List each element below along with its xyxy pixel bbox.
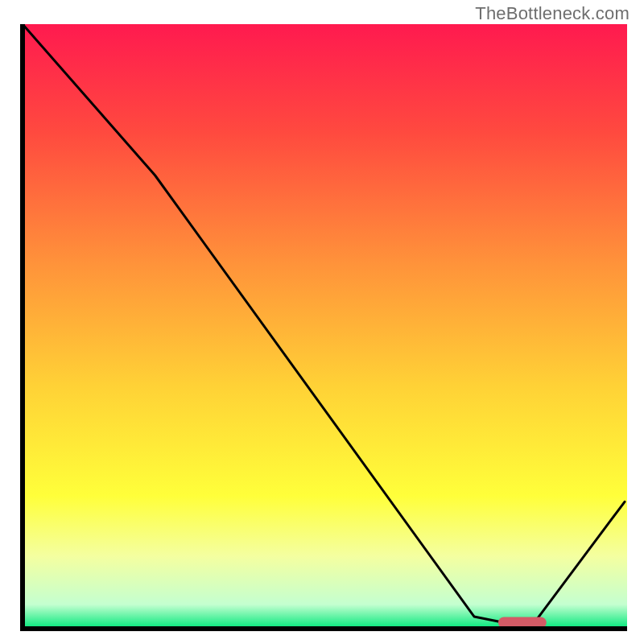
chart-container: TheBottleneck.com	[0, 0, 644, 644]
gradient-background	[23, 24, 627, 629]
plot-area	[20, 24, 627, 631]
watermark-text: TheBottleneck.com	[475, 3, 630, 24]
bottleneck-chart	[20, 24, 627, 631]
